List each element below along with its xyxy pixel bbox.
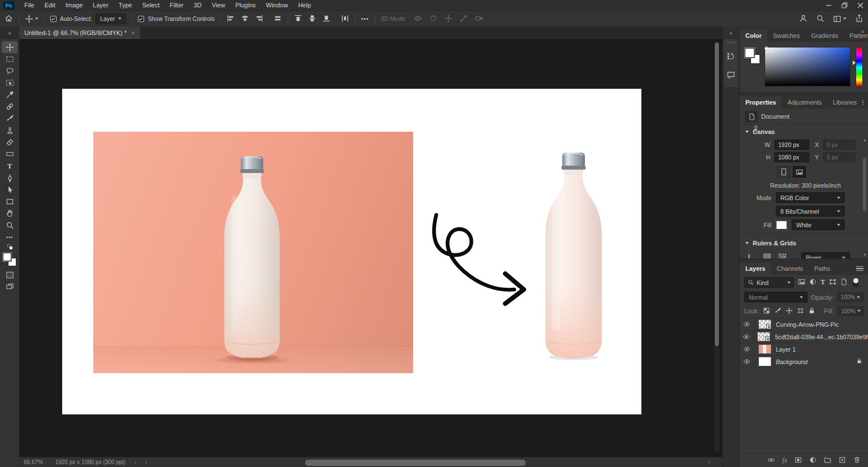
eraser-tool[interactable]: [2, 136, 18, 148]
foreground-color-swatch[interactable]: [745, 48, 754, 58]
rulers-icon[interactable]: [748, 253, 756, 260]
opacity-field[interactable]: 100%: [837, 292, 863, 302]
delete-layer-icon[interactable]: [853, 456, 861, 465]
filter-pixel-layers-icon[interactable]: [798, 278, 805, 287]
layer-filter-toggle[interactable]: [853, 278, 858, 287]
eyedropper-tool[interactable]: [2, 89, 18, 101]
layer-name[interactable]: Layer 1: [776, 346, 796, 353]
foreground-background-colors[interactable]: [2, 252, 17, 267]
document-canvas[interactable]: [62, 89, 641, 414]
distribute-top-icon[interactable]: [294, 14, 302, 24]
distribute-horizontal-icon[interactable]: [341, 14, 349, 24]
filter-shape-layers-icon[interactable]: [829, 278, 836, 287]
visibility-eye-icon[interactable]: [740, 318, 754, 330]
auto-select-target-dropdown[interactable]: Layer: [96, 14, 126, 24]
blend-mode-dropdown[interactable]: Normal: [744, 292, 808, 302]
bit-depth-dropdown[interactable]: 8 Bits/Channel: [776, 206, 845, 217]
canvas-fill-dropdown[interactable]: White: [792, 219, 845, 230]
layer-thumbnail[interactable]: [757, 332, 770, 341]
align-left-icon[interactable]: [227, 14, 235, 24]
visibility-eye-icon[interactable]: [740, 331, 753, 343]
layer-name[interactable]: Background: [776, 358, 808, 365]
lock-all-icon[interactable]: [808, 307, 815, 315]
brush-tool[interactable]: [2, 113, 18, 124]
width-field[interactable]: 1920 px: [774, 140, 809, 150]
add-layer-mask-icon[interactable]: [795, 456, 802, 465]
menu-view[interactable]: View: [207, 0, 231, 11]
layer-row[interactable]: Curving-Arrow-PNG-Pic: [740, 318, 868, 331]
link-layers-icon[interactable]: [767, 456, 775, 465]
original-photo-layer[interactable]: [93, 132, 413, 373]
more-options-icon[interactable]: •••: [361, 15, 369, 22]
panel-drag-handle[interactable]: [727, 42, 735, 43]
menu-select[interactable]: Select: [137, 0, 165, 11]
distribute-bottom-icon[interactable]: [322, 14, 331, 24]
new-adjustment-layer-icon[interactable]: [809, 456, 817, 465]
foreground-color-swatch[interactable]: [3, 253, 11, 261]
3d-orbit-icon[interactable]: [414, 14, 422, 24]
menu-edit[interactable]: Edit: [40, 0, 60, 11]
layer-thumbnail[interactable]: [758, 357, 771, 366]
panel-menu-icon[interactable]: [856, 266, 863, 271]
filter-type-layers-icon[interactable]: T: [821, 278, 825, 287]
align-justify-icon[interactable]: [274, 14, 282, 24]
layer-thumbnail[interactable]: [758, 344, 771, 354]
color-picker-marker[interactable]: [765, 46, 769, 50]
quick-mask-icon[interactable]: [2, 269, 18, 281]
lock-position-icon[interactable]: [785, 307, 793, 315]
tab-swatches[interactable]: Swatches: [767, 30, 806, 42]
menu-layer[interactable]: Layer: [88, 0, 114, 11]
hand-tool[interactable]: [2, 207, 18, 219]
portrait-orientation-button[interactable]: [777, 166, 790, 178]
filter-adjustment-layers-icon[interactable]: [809, 278, 817, 287]
edit-toolbar-icon[interactable]: •••: [2, 231, 18, 243]
clone-stamp-tool[interactable]: [2, 124, 18, 136]
3d-slide-icon[interactable]: [459, 14, 468, 24]
pixel-grid-icon[interactable]: [778, 253, 787, 260]
distribute-middle-icon[interactable]: [308, 14, 316, 24]
pen-tool[interactable]: [2, 172, 18, 184]
rectangle-tool[interactable]: [2, 196, 18, 207]
photoshop-logo[interactable]: Ps: [3, 1, 15, 10]
filter-smart-objects-icon[interactable]: [840, 278, 848, 287]
show-transform-checkbox[interactable]: [138, 16, 144, 22]
rulers-grids-section-header[interactable]: Rulers & Grids: [740, 236, 868, 250]
document-tab[interactable]: Untitled-1 @ 66.7% (RGB/8/CMYK) * ×: [19, 27, 141, 39]
vertical-scrollbar-thumb[interactable]: [715, 42, 719, 346]
menu-plugins[interactable]: Plugins: [230, 0, 261, 11]
vertical-scrollbar[interactable]: [714, 42, 719, 452]
default-colors-icon[interactable]: [7, 244, 12, 249]
layer-style-icon[interactable]: fx: [782, 456, 787, 465]
tab-gradients[interactable]: Gradients: [805, 30, 844, 42]
menu-type[interactable]: Type: [114, 0, 137, 11]
menu-file[interactable]: File: [19, 0, 40, 11]
tab-libraries[interactable]: Libraries: [827, 97, 862, 109]
constrain-link-icon[interactable]: [752, 125, 760, 133]
zoom-tool[interactable]: [2, 219, 18, 231]
grid-icon[interactable]: [763, 253, 771, 260]
align-right-icon[interactable]: [255, 14, 263, 24]
share-user-icon[interactable]: [799, 14, 808, 24]
screen-mode-icon[interactable]: [2, 281, 18, 293]
tab-properties[interactable]: Properties: [740, 97, 782, 109]
object-selection-tool[interactable]: [2, 77, 18, 89]
properties-scrollbar-thumb[interactable]: [863, 158, 866, 211]
canvas-pasteboard[interactable]: 66.67% 1920 px x 1080 px (300 ppi) › ‹ ›: [19, 39, 722, 467]
3d-pan-icon[interactable]: [444, 14, 453, 24]
cutout-bottle-layer[interactable]: [542, 152, 605, 362]
move-tool-preset[interactable]: [25, 15, 38, 23]
lock-artboard-icon[interactable]: [797, 307, 804, 315]
menu-help[interactable]: Help: [293, 0, 316, 11]
toolbar-collapse-icon[interactable]: »: [0, 27, 19, 39]
layer-thumbnail[interactable]: [758, 319, 771, 329]
visibility-eye-icon[interactable]: [740, 343, 754, 355]
search-icon[interactable]: [816, 14, 824, 24]
menu-window[interactable]: Window: [261, 0, 293, 11]
menu-filter[interactable]: Filter: [164, 0, 188, 11]
path-selection-tool[interactable]: [2, 184, 18, 196]
tab-layers[interactable]: Layers: [740, 263, 771, 275]
properties-scrollbar[interactable]: ▴ ▾: [862, 145, 867, 250]
type-tool[interactable]: T: [2, 160, 18, 172]
gradient-tool[interactable]: [2, 148, 18, 160]
color-picker-field[interactable]: [765, 47, 850, 87]
